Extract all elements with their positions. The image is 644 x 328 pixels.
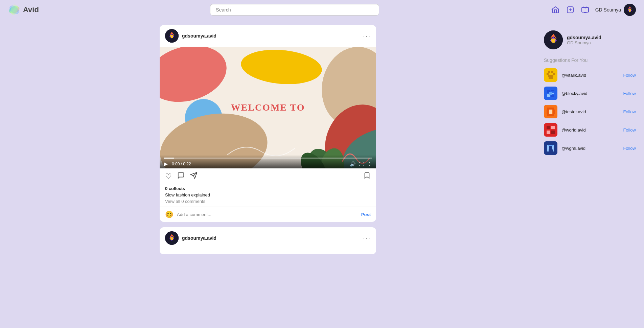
suggestion-name-1: @blocky.avid — [561, 91, 619, 96]
svg-rect-36 — [553, 73, 555, 75]
svg-rect-60 — [549, 149, 553, 151]
suggestion-name-0: @vitalik.avid — [561, 73, 619, 78]
fullscreen-icon[interactable]: ⛶ — [359, 161, 364, 167]
comment-icon[interactable] — [177, 172, 185, 181]
post-avatar-2 — [165, 231, 179, 245]
sidebar-avatar — [544, 30, 563, 49]
video-welcome-text: WELCOME TO — [231, 102, 305, 113]
svg-rect-41 — [551, 90, 554, 91]
svg-rect-55 — [547, 131, 550, 134]
follow-button-3[interactable]: Follow — [623, 127, 636, 133]
user-info[interactable]: GD Soumya — [595, 4, 636, 16]
progress-bar-1[interactable] — [164, 158, 372, 159]
suggestion-item-4: @wgmi.avid Follow — [544, 141, 636, 155]
comment-input[interactable] — [177, 212, 361, 217]
feed-area: gdsoumya.avid ··· — [0, 25, 536, 260]
sidebar-profile[interactable]: gdsoumya.avid GD Soumya — [544, 30, 636, 49]
sidebar-user-text: gdsoumya.avid GD Soumya — [567, 35, 601, 45]
search-input[interactable] — [210, 4, 379, 16]
home-icon[interactable] — [551, 5, 560, 15]
svg-rect-57 — [544, 141, 557, 155]
post-actions-1: ♡ — [160, 168, 376, 185]
svg-rect-53 — [547, 126, 550, 129]
svg-rect-35 — [547, 73, 549, 75]
comment-input-wrap: 😊 — [165, 210, 361, 218]
progress-fill-1 — [164, 158, 174, 159]
post-content-1: 0 collects Slow fashion explained View a… — [160, 185, 376, 207]
post-header-1: gdsoumya.avid ··· — [160, 25, 376, 47]
suggestion-name-2: @tester.avid — [561, 109, 619, 114]
view-comments[interactable]: View all 0 comments — [165, 199, 371, 204]
logo[interactable]: Avid — [8, 4, 39, 16]
bookmark-icon[interactable] — [363, 172, 371, 181]
suggestion-avatar-0 — [544, 68, 557, 82]
action-icons-1: ♡ — [165, 172, 198, 181]
share-icon[interactable] — [190, 172, 198, 181]
post-header-2: gdsoumya.avid ··· — [160, 227, 376, 249]
post-comment-button[interactable]: Post — [361, 212, 371, 217]
post-user-2[interactable]: gdsoumya.avid — [165, 231, 216, 245]
video-controls-1: ▶ 0:00 / 0:22 🔊 ⛶ ⋮ — [160, 155, 376, 168]
logo-text: Avid — [23, 5, 39, 14]
post-caption: Slow fashion explained — [165, 192, 371, 197]
post-card-2: gdsoumya.avid ··· — [160, 227, 376, 254]
svg-rect-38 — [549, 77, 553, 79]
suggestion-avatar-3 — [544, 123, 557, 137]
svg-rect-56 — [551, 131, 555, 134]
follow-button-4[interactable]: Follow — [623, 146, 636, 151]
sidebar-username: gdsoumya.avid — [567, 35, 601, 40]
volume-icon[interactable]: 🔊 — [350, 161, 355, 167]
video-thumbnail-1: WELCOME TO — [160, 47, 376, 168]
header: Avid GD Soumya — [0, 0, 644, 20]
sidebar-display-name: GD Soumya — [567, 40, 601, 45]
post-card-1: gdsoumya.avid ··· — [160, 25, 376, 222]
post-more-icon-2[interactable]: ··· — [363, 234, 371, 242]
add-icon[interactable] — [566, 5, 575, 15]
emoji-icon[interactable]: 😊 — [165, 210, 174, 218]
collects-count: 0 collects — [165, 186, 371, 191]
post-more-icon-1[interactable]: ··· — [363, 32, 371, 40]
suggestion-avatar-2 — [544, 105, 557, 118]
follow-button-2[interactable]: Follow — [623, 109, 636, 114]
suggestion-item-0: @vitalik.avid Follow — [544, 68, 636, 82]
controls-left: ▶ 0:00 / 0:22 — [164, 161, 191, 167]
svg-rect-49 — [553, 110, 555, 114]
svg-rect-33 — [548, 71, 550, 73]
tv-icon[interactable] — [580, 5, 590, 15]
svg-rect-37 — [548, 75, 553, 77]
suggestion-item-1: @blocky.avid Follow — [544, 87, 636, 100]
avid-logo-icon — [8, 4, 20, 16]
sidebar: gdsoumya.avid GD Soumya Suggestions For … — [536, 25, 644, 260]
svg-rect-51 — [549, 110, 552, 114]
video-container-1: WELCOME TO ▶ 0:00 / 0:22 🔊 ⛶ — [160, 47, 376, 168]
suggestion-avatar-4 — [544, 141, 557, 155]
comment-area-1: 😊 Post — [160, 207, 376, 222]
follow-button-0[interactable]: Follow — [623, 73, 636, 78]
play-button[interactable]: ▶ — [164, 161, 168, 167]
post-username-2: gdsoumya.avid — [182, 235, 216, 241]
controls-right: 🔊 ⛶ ⋮ — [350, 161, 372, 167]
header-avatar — [624, 4, 636, 16]
suggestions-title: Suggestions For You — [544, 57, 636, 63]
suggestion-avatar-1 — [544, 87, 557, 100]
svg-rect-47 — [547, 108, 554, 110]
more-options-icon[interactable]: ⋮ — [367, 161, 372, 167]
like-icon[interactable]: ♡ — [165, 172, 172, 181]
main-layout: gdsoumya.avid ··· — [0, 20, 644, 265]
post-user-1[interactable]: gdsoumya.avid — [165, 29, 216, 43]
suggestion-item-2: @tester.avid Follow — [544, 105, 636, 118]
svg-rect-48 — [547, 110, 549, 114]
svg-rect-44 — [551, 95, 554, 97]
post-avatar-1 — [165, 29, 179, 43]
suggestion-item-3: @world.avid Follow — [544, 123, 636, 137]
svg-rect-52 — [544, 123, 557, 137]
post-username-1: gdsoumya.avid — [182, 33, 216, 39]
controls-row-1: ▶ 0:00 / 0:22 🔊 ⛶ ⋮ — [164, 161, 372, 167]
video-time: 0:00 / 0:22 — [172, 162, 191, 166]
follow-button-1[interactable]: Follow — [623, 91, 636, 96]
user-display-name: GD Soumya — [595, 7, 621, 13]
svg-rect-54 — [551, 126, 555, 129]
search-bar[interactable] — [210, 4, 379, 16]
suggestion-name-4: @wgmi.avid — [561, 146, 619, 151]
suggestion-name-3: @world.avid — [561, 127, 619, 133]
